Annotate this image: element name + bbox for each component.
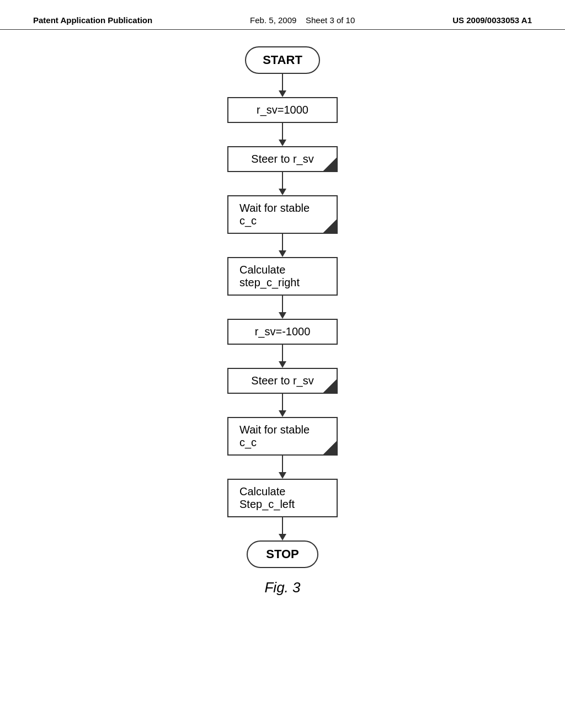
wait-stable-1-node: Wait for stablec_c [227, 195, 338, 234]
steer-rsv-2-node: Steer to r_sv [227, 368, 338, 394]
flowchart: START r_sv=1000 Steer to r_sv Wait for s… [0, 30, 565, 596]
arrow-head [279, 189, 286, 195]
arrow-line [282, 394, 283, 410]
arrow-line [282, 74, 283, 90]
arrow-2 [279, 123, 286, 146]
calc-left-node: CalculateStep_c_left [227, 479, 338, 517]
sheet-label: Sheet 3 of 10 [306, 15, 355, 25]
steer-rsv-1-box: Steer to r_sv [227, 146, 338, 172]
calc-right-box: Calculatestep_c_right [227, 257, 338, 296]
wait-stable-2-node: Wait for stablec_c [227, 417, 338, 456]
arrow-head [279, 90, 286, 97]
arrow-head [279, 140, 286, 146]
date-sheet-label: Feb. 5, 2009 Sheet 3 of 10 [250, 15, 355, 25]
r-sv-1000-box: r_sv=1000 [227, 97, 338, 123]
arrow-4 [279, 234, 286, 257]
arrow-line [282, 123, 283, 140]
arrow-line [282, 296, 283, 312]
arrow-head [279, 361, 286, 368]
stop-node: STOP [247, 540, 318, 568]
arrow-head [279, 250, 286, 257]
calc-right-node: Calculatestep_c_right [227, 257, 338, 296]
arrow-head [279, 312, 286, 319]
arrow-8 [279, 456, 286, 479]
start-node: START [245, 46, 320, 74]
arrow-head [279, 410, 286, 417]
arrow-head [279, 534, 286, 540]
patent-number-label: US 2009/0033053 A1 [452, 15, 532, 25]
arrow-9 [279, 517, 286, 540]
arrow-head [279, 472, 286, 479]
r-sv-neg1000-node: r_sv=-1000 [227, 319, 338, 345]
steer-rsv-2-box: Steer to r_sv [227, 368, 338, 394]
calc-left-box: CalculateStep_c_left [227, 479, 338, 517]
arrow-5 [279, 296, 286, 319]
arrow-line [282, 234, 283, 250]
arrow-line [282, 172, 283, 189]
arrow-3 [279, 172, 286, 195]
figure-label: Fig. 3 [264, 579, 300, 596]
arrow-line [282, 345, 283, 361]
arrow-line [282, 517, 283, 534]
arrow-line [282, 456, 283, 472]
publication-label: Patent Application Publication [33, 15, 152, 25]
arrow-7 [279, 394, 286, 417]
steer-rsv-1-node: Steer to r_sv [227, 146, 338, 172]
page-header: Patent Application Publication Feb. 5, 2… [0, 0, 565, 30]
wait-stable-2-box: Wait for stablec_c [227, 417, 338, 456]
date-label: Feb. 5, 2009 [250, 15, 296, 25]
stop-terminal: STOP [247, 540, 318, 568]
arrow-1 [279, 74, 286, 97]
r-sv-1000-node: r_sv=1000 [227, 97, 338, 123]
arrow-6 [279, 345, 286, 368]
start-terminal: START [245, 46, 320, 74]
wait-stable-1-box: Wait for stablec_c [227, 195, 338, 234]
r-sv-neg1000-box: r_sv=-1000 [227, 319, 338, 345]
